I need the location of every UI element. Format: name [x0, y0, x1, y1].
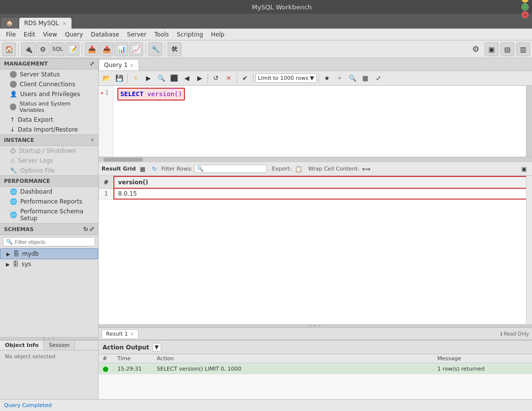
- rds-mysql-tab[interactable]: RDS MySQL ×: [19, 18, 71, 29]
- schema-item-mydb[interactable]: ▶ 🗄 mydb: [0, 248, 98, 259]
- explain-button[interactable]: 🔍: [155, 72, 167, 84]
- menu-database[interactable]: Database: [87, 30, 123, 39]
- editor-hscroll-handle[interactable]: [104, 158, 143, 162]
- refresh-results-button[interactable]: ↻: [149, 164, 159, 174]
- filter-box: 🔍: [194, 165, 267, 173]
- qtb-sep4: [253, 73, 253, 83]
- stop-button[interactable]: ⬛: [168, 72, 180, 84]
- schemas-refresh-icon[interactable]: ↻: [83, 226, 88, 233]
- management-expand-icon[interactable]: ⤢: [90, 61, 94, 67]
- sidebar-item-client-connections[interactable]: Client Connections: [0, 79, 98, 89]
- maximize-button[interactable]: □: [521, 3, 529, 11]
- sidebar-item-startup-shutdown[interactable]: ⏻ Startup / Shutdown: [0, 146, 98, 156]
- session-tab[interactable]: Session: [44, 341, 75, 350]
- sidebar-item-status-variables[interactable]: Status and System Variables: [0, 99, 98, 115]
- object-info-tab[interactable]: Object Info: [0, 341, 44, 350]
- rds-tab-label: RDS MySQL: [24, 20, 59, 27]
- toolbar-export[interactable]: 📤: [100, 42, 113, 56]
- toolbar-dashboard[interactable]: 📊: [114, 42, 128, 56]
- star-button2[interactable]: ✦: [334, 72, 346, 84]
- limit-rows-select[interactable]: Limit to 1000 rows ▼: [255, 73, 317, 83]
- sidebar-item-data-export[interactable]: ↑ Data Export: [0, 115, 98, 125]
- toolbar-layout3[interactable]: ▥: [516, 42, 530, 56]
- toolbar-new-script[interactable]: 📝: [66, 42, 79, 56]
- server-status-icon: [10, 71, 17, 78]
- menu-scripting[interactable]: Scripting: [173, 30, 207, 39]
- grid-icon-button[interactable]: ▦: [138, 164, 147, 174]
- result-vscroll[interactable]: [526, 176, 532, 324]
- menu-server[interactable]: Server: [123, 30, 150, 39]
- action-output-dropdown[interactable]: ▼: [152, 343, 161, 351]
- wrap-icon[interactable]: ⟺: [361, 164, 371, 174]
- editor-hscroll[interactable]: [99, 157, 532, 162]
- sidebar-item-users-privileges[interactable]: 👤 Users and Privileges: [0, 89, 98, 99]
- filter-search-icon: 🔍: [6, 239, 13, 245]
- sidebar-item-server-logs[interactable]: ⚠ Server Logs: [0, 156, 98, 166]
- panel-toggle-button[interactable]: ▣: [519, 164, 529, 174]
- menu-query[interactable]: Query: [61, 30, 87, 39]
- dashboard-icon: 🌐: [10, 188, 17, 195]
- menu-edit[interactable]: Edit: [20, 30, 39, 39]
- schema-db-icon: 🗄: [13, 261, 19, 268]
- users-icon: 👤: [10, 91, 17, 98]
- column-toggle-button[interactable]: ▦: [359, 72, 371, 84]
- variables-icon: [10, 103, 16, 110]
- editor-vscroll[interactable]: [526, 86, 532, 157]
- results-area: Result Grid ▦ ↻ Filter Rows: 🔍 Export: 📋…: [99, 162, 532, 399]
- cancel-button[interactable]: ✕: [223, 72, 235, 84]
- schema-item-sys[interactable]: ▶ 🗄 sys: [0, 259, 98, 269]
- sidebar-item-data-import[interactable]: ↓ Data Import/Restore: [0, 125, 98, 135]
- sidebar-item-label: Startup / Shutdown: [19, 147, 76, 154]
- toolbar-home-btn[interactable]: 🏠: [2, 42, 16, 56]
- sidebar-item-label: Status and System Variables: [19, 101, 94, 113]
- schemas-expand-icon[interactable]: ⤢: [89, 226, 94, 233]
- refresh-button[interactable]: ↺: [210, 72, 222, 84]
- menu-view[interactable]: View: [39, 30, 61, 39]
- toolbar-open-sql[interactable]: SQL: [51, 42, 65, 56]
- toolbar-mysql-config[interactable]: 🔧: [148, 42, 162, 56]
- schemas-header: SCHEMAS ↻ ⤢: [0, 223, 98, 235]
- home-tab[interactable]: 🏠: [1, 18, 18, 29]
- toolbar-sep1: [18, 43, 19, 55]
- next-stmt-button[interactable]: ▶: [194, 72, 206, 84]
- execute-button[interactable]: ⚡: [130, 72, 142, 84]
- search-query-button[interactable]: 🔍: [347, 72, 358, 84]
- query-tab-close[interactable]: ×: [130, 63, 134, 68]
- query-tab-1[interactable]: Query 1 ×: [99, 59, 139, 70]
- schemas-filter-input[interactable]: [15, 239, 74, 245]
- toolbar-workbench-config[interactable]: 🛠: [168, 42, 181, 56]
- expand-button[interactable]: ⤢: [372, 72, 384, 84]
- toolbar-manage-connections[interactable]: ⚙: [36, 42, 50, 56]
- sidebar-item-server-status[interactable]: Server Status: [0, 69, 98, 79]
- sidebar-item-performance-schema-setup[interactable]: 🌐 Performance Schema Setup: [0, 206, 98, 223]
- toolbar-new-connection[interactable]: 🔌: [21, 42, 35, 56]
- toolbar-performance[interactable]: 📈: [129, 42, 143, 56]
- open-file-button[interactable]: 📂: [101, 72, 112, 84]
- menu-tools[interactable]: Tools: [150, 30, 173, 39]
- star-button1[interactable]: ★: [321, 72, 333, 84]
- result-tab-close[interactable]: ×: [130, 331, 134, 337]
- query-tabs: Query 1 ×: [99, 58, 532, 71]
- result-tab-1[interactable]: Result 1 ×: [102, 329, 139, 338]
- sql-highlighted-text: SELECT version(): [117, 88, 185, 101]
- toolbar-import[interactable]: 📥: [85, 42, 99, 56]
- sql-code-area[interactable]: SELECT version(): [113, 86, 526, 157]
- rds-tab-close[interactable]: ×: [62, 20, 67, 27]
- sidebar-item-performance-reports[interactable]: 🌐 Performance Reports: [0, 197, 98, 206]
- prev-stmt-button[interactable]: ◀: [181, 72, 193, 84]
- sidebar-item-label: Dashboard: [20, 188, 52, 195]
- toolbar-layout1[interactable]: ▣: [485, 42, 498, 56]
- filter-input[interactable]: [205, 166, 264, 172]
- auto-commit-button[interactable]: ✔: [239, 72, 251, 84]
- sidebar-item-options-file[interactable]: 🔧 Options File: [0, 166, 98, 175]
- menu-help[interactable]: Help: [207, 30, 228, 39]
- toolbar-layout2[interactable]: ▤: [500, 42, 514, 56]
- execute-current-button[interactable]: ▶: [142, 72, 154, 84]
- close-button[interactable]: ×: [521, 11, 529, 19]
- toolbar-gear-icon[interactable]: ⚙: [469, 42, 483, 56]
- save-button[interactable]: 💾: [113, 72, 125, 84]
- menu-file[interactable]: File: [2, 30, 20, 39]
- export-icon[interactable]: 📋: [293, 164, 303, 174]
- titlebar: MySQL Workbench − □ ×: [0, 0, 532, 14]
- sidebar-item-dashboard[interactable]: 🌐 Dashboard: [0, 187, 98, 197]
